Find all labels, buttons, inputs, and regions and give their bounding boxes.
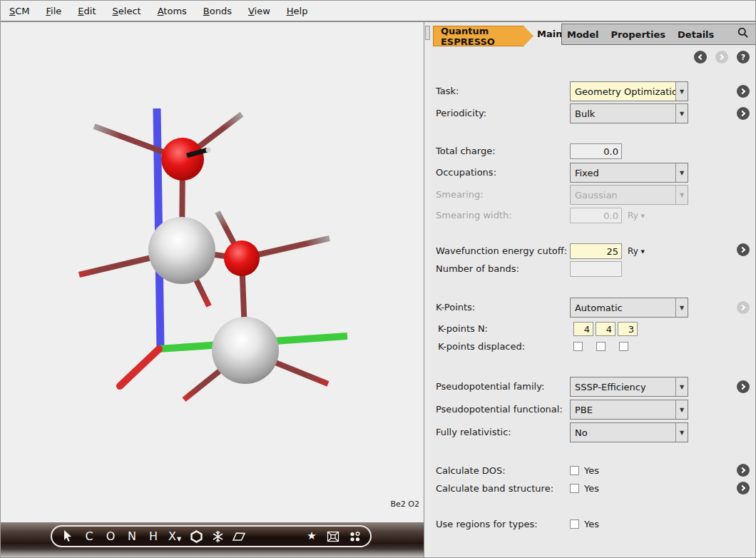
atom-be-2[interactable] bbox=[212, 317, 279, 384]
dropdown-arrow-icon: ▼ bbox=[675, 423, 688, 442]
tab-main[interactable]: Main bbox=[537, 29, 562, 39]
calc-dos-label: Calculate DOS: bbox=[436, 465, 506, 476]
pane-splitter[interactable] bbox=[424, 22, 431, 557]
panel-content: ? Task: Geometry Optimization▼ Periodici… bbox=[431, 46, 755, 557]
smearing-dropdown[interactable]: Gaussian▼ bbox=[570, 185, 688, 205]
settings-panel: Quantum ESPRESSO Main Model Properties D… bbox=[431, 22, 755, 557]
occupations-dropdown[interactable]: Fixed▼ bbox=[570, 163, 688, 183]
smearing-label: Smearing: bbox=[436, 189, 484, 200]
freeze-snowflake-icon[interactable] bbox=[210, 529, 225, 544]
menu-file[interactable]: File bbox=[44, 4, 65, 18]
kpoints-displaced-2-checkbox[interactable] bbox=[596, 342, 606, 351]
kpoints-displaced-label: K-points displaced: bbox=[438, 341, 525, 352]
menu-atoms[interactable]: Atoms bbox=[155, 4, 190, 18]
element-c-button[interactable]: C bbox=[82, 529, 96, 544]
element-n-button[interactable]: N bbox=[125, 529, 139, 544]
task-dropdown[interactable]: Geometry Optimization▼ bbox=[570, 81, 688, 101]
kpoints-displaced-3-checkbox[interactable] bbox=[619, 342, 628, 351]
plane-tool-icon[interactable] bbox=[232, 529, 246, 544]
molecules-dots-icon[interactable] bbox=[347, 529, 362, 544]
menu-bonds[interactable]: Bonds bbox=[200, 4, 235, 18]
kpoints-n3-input[interactable] bbox=[618, 322, 638, 336]
molecule-canvas[interactable] bbox=[1, 22, 424, 522]
dropdown-arrow-icon: ▼ bbox=[675, 400, 688, 419]
num-bands-label: Number of bands: bbox=[436, 263, 519, 274]
menubar: SCM File Edit Select Atoms Bonds View He… bbox=[1, 1, 755, 22]
kpoints-displaced-1-checkbox[interactable] bbox=[573, 342, 583, 351]
use-regions-checkbox[interactable] bbox=[570, 519, 579, 529]
menu-edit[interactable]: Edit bbox=[75, 4, 98, 18]
panel-help-button[interactable]: ? bbox=[737, 51, 750, 64]
unit-cell-icon[interactable] bbox=[326, 529, 340, 544]
task-label: Task: bbox=[436, 86, 459, 96]
calc-band-details-button[interactable] bbox=[737, 482, 750, 494]
use-regions-label: Use regions for types: bbox=[436, 519, 538, 529]
kpoints-details-button[interactable] bbox=[737, 301, 750, 314]
fully-relativistic-label: Fully relativistic: bbox=[436, 427, 511, 437]
element-h-button[interactable]: H bbox=[146, 529, 160, 544]
tab-bar: Quantum ESPRESSO Main Model Properties D… bbox=[431, 22, 755, 46]
calc-dos-option-label: Yes bbox=[584, 465, 599, 476]
calc-dos-checkbox[interactable] bbox=[570, 466, 579, 475]
kpoints-n1-input[interactable] bbox=[573, 322, 593, 336]
pseudo-family-dropdown[interactable]: SSSP-Efficiency▼ bbox=[570, 377, 688, 397]
atom-o-2[interactable] bbox=[224, 240, 260, 276]
menu-view[interactable]: View bbox=[245, 4, 273, 18]
viewer-toolbar: C O N H X▼ bbox=[51, 525, 372, 547]
periodicity-details-button[interactable] bbox=[737, 107, 750, 120]
calc-band-checkbox[interactable] bbox=[570, 484, 579, 493]
dropdown-arrow-icon: ▼ bbox=[675, 186, 688, 204]
smearing-width-input[interactable] bbox=[570, 208, 622, 223]
dropdown-arrow-icon: ▼ bbox=[675, 298, 688, 317]
search-icon[interactable] bbox=[737, 27, 749, 39]
cutoff-details-button[interactable] bbox=[737, 243, 750, 256]
tab-properties[interactable]: Properties bbox=[611, 29, 665, 40]
calc-dos-details-button[interactable] bbox=[737, 464, 750, 477]
pseudo-family-label: Pseudopotential family: bbox=[436, 381, 544, 392]
molecule-viewport[interactable]: Be2 O2 C O N H X▼ bbox=[1, 22, 424, 557]
back-button[interactable] bbox=[694, 51, 707, 64]
kpoints-label: K-Points: bbox=[436, 302, 475, 313]
occupations-label: Occupations: bbox=[436, 167, 496, 178]
use-regions-option-label: Yes bbox=[584, 519, 599, 529]
periodicity-dropdown[interactable]: Bulk▼ bbox=[570, 103, 688, 123]
periodicity-label: Periodicity: bbox=[436, 108, 486, 118]
formula-label: Be2 O2 bbox=[391, 499, 419, 509]
kpoints-n2-input[interactable] bbox=[596, 322, 615, 336]
forward-button[interactable] bbox=[715, 51, 728, 64]
axis-a-red bbox=[120, 349, 159, 386]
menu-help[interactable]: Help bbox=[284, 4, 311, 18]
fully-relativistic-dropdown[interactable]: No▼ bbox=[570, 422, 688, 442]
atom-be-1[interactable] bbox=[148, 217, 215, 284]
smearing-width-unit-dropdown[interactable]: Ry ▼ bbox=[628, 210, 645, 220]
app-window: SCM File Edit Select Atoms Bonds View He… bbox=[0, 0, 756, 558]
tab-quantum-espresso[interactable]: Quantum ESPRESSO bbox=[433, 26, 533, 46]
pointer-tool-icon[interactable] bbox=[61, 529, 75, 544]
cutoff-input[interactable] bbox=[570, 243, 622, 259]
element-o-button[interactable]: O bbox=[103, 529, 118, 544]
tab-group: Model Properties Details bbox=[561, 24, 755, 45]
star-tool-icon[interactable]: ★ bbox=[305, 529, 319, 544]
atom-o-1[interactable] bbox=[161, 138, 204, 181]
cutoff-unit-dropdown[interactable]: Ry ▼ bbox=[628, 246, 645, 256]
calc-band-label: Calculate band structure: bbox=[436, 483, 553, 494]
kpoints-dropdown[interactable]: Automatic▼ bbox=[570, 298, 688, 318]
total-charge-input[interactable] bbox=[570, 143, 622, 159]
pseudo-family-details-button[interactable] bbox=[737, 380, 750, 393]
dropdown-arrow-icon: ▼ bbox=[675, 104, 688, 123]
element-x-dropdown[interactable]: X▼ bbox=[168, 529, 182, 544]
pseudo-functional-label: Pseudopotential functional: bbox=[436, 404, 563, 415]
kpoints-n-label: K-points N: bbox=[438, 323, 488, 334]
pseudo-functional-dropdown[interactable]: PBE▼ bbox=[570, 400, 688, 420]
task-details-button[interactable] bbox=[737, 85, 750, 98]
calc-band-option-label: Yes bbox=[584, 483, 599, 494]
cutoff-label: Wavefunction energy cutoff: bbox=[436, 245, 567, 256]
dropdown-arrow-icon: ▼ bbox=[675, 82, 688, 101]
ring-tool-icon[interactable] bbox=[189, 529, 203, 544]
tab-details[interactable]: Details bbox=[678, 29, 714, 40]
num-bands-input[interactable] bbox=[570, 261, 622, 277]
splitter-handle[interactable] bbox=[425, 26, 430, 40]
menu-scm[interactable]: SCM bbox=[6, 4, 33, 18]
menu-select[interactable]: Select bbox=[110, 4, 144, 18]
tab-model[interactable]: Model bbox=[567, 29, 598, 40]
